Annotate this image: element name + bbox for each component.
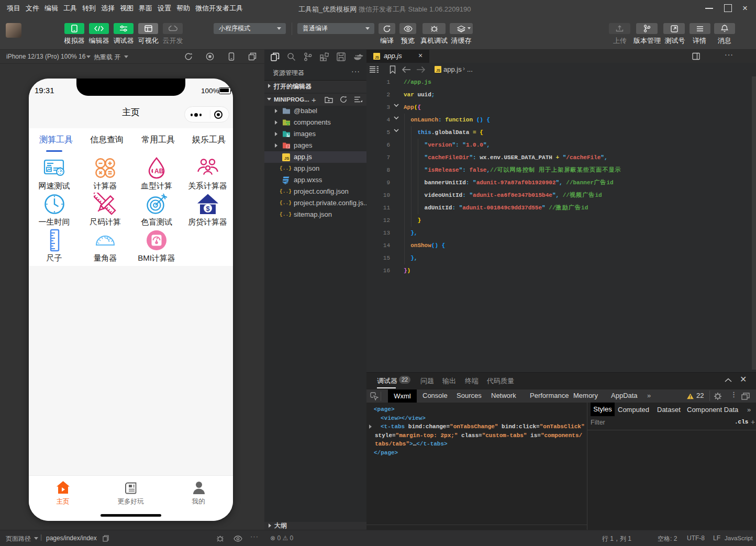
svg-text:JS: JS bbox=[284, 156, 289, 161]
svg-text:AB: AB bbox=[154, 168, 164, 175]
svg-text:JS: JS bbox=[375, 55, 380, 59]
svg-text:JS: JS bbox=[436, 69, 441, 72]
svg-text:$: $ bbox=[206, 205, 210, 213]
